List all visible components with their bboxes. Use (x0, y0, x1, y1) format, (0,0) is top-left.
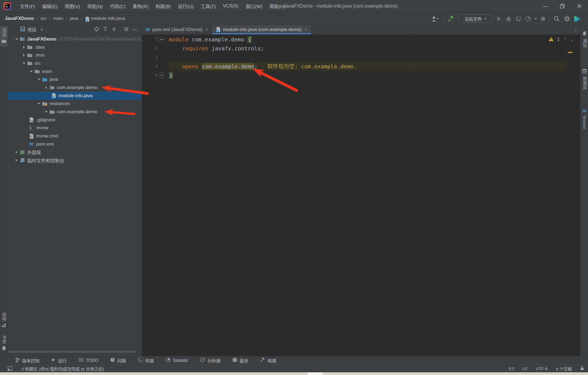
close-button[interactable] (571, 0, 588, 12)
tool-window-button-project[interactable]: 项目 (0, 26, 8, 47)
chevron-down-icon[interactable]: ▾ (41, 27, 43, 32)
tab-pom-xml[interactable]: m pom.xml (JavaFXDemo) × (142, 25, 212, 34)
inspections-widget[interactable]: 1 ⌃ ⌃ (549, 37, 574, 42)
tree-item-mvnw-cmd[interactable]: mvnw.cmd (8, 132, 142, 140)
hammer-icon (260, 358, 265, 364)
caret-position[interactable]: 5:2 (509, 366, 514, 371)
tab-module-info-java[interactable]: J module-info.java (com.example.demo) × (212, 25, 311, 34)
tool-window-button-bookmarks[interactable]: 书签 (0, 333, 8, 354)
tool-window-button-version-control[interactable]: 版本控制 (15, 357, 39, 364)
project-panel-horizontal-scrollbar[interactable] (8, 351, 136, 353)
fold-region-end-icon[interactable] (159, 73, 164, 78)
chevron-down-icon[interactable] (36, 103, 42, 104)
chevron-right-icon[interactable] (14, 151, 20, 153)
tree-item-main[interactable]: main (8, 67, 142, 76)
code-editor[interactable]: 1 2 3 4 5 module com.example.demo { requ… (142, 35, 580, 356)
chevron-right-icon[interactable] (21, 54, 27, 57)
breadcrumb-java[interactable]: java (70, 16, 78, 21)
chevron-down-icon[interactable] (28, 71, 34, 72)
user-account-icon[interactable] (431, 16, 440, 22)
tree-item-mvnw[interactable]: mvnw (8, 124, 142, 132)
tree-item-java-source-root[interactable]: java (8, 75, 142, 84)
breadcrumb-file[interactable]: module-info.java (91, 16, 125, 21)
menu-vcs[interactable]: VCS(S) (219, 3, 242, 9)
tree-item-idea[interactable]: .idea (8, 43, 142, 51)
menu-file[interactable]: 文件(F) (16, 3, 39, 10)
tree-item-src[interactable]: src (8, 59, 142, 67)
breadcrumb-project[interactable]: JavaFXDemo (5, 16, 34, 21)
tool-window-button-database[interactable]: 数据库 (581, 66, 588, 92)
menu-tools[interactable]: 工具(T) (197, 3, 219, 10)
collapse-all-icon[interactable] (111, 26, 117, 33)
tool-window-button-profiler[interactable]: 分析器 (200, 357, 220, 364)
tool-window-button-maven[interactable]: m Maven (581, 106, 588, 132)
menu-run[interactable]: 运行(U) (174, 3, 197, 10)
warning-stripe-mark[interactable] (568, 52, 572, 53)
menu-view[interactable]: 视图(V) (61, 3, 84, 10)
menu-navigate[interactable]: 导航(N) (84, 3, 106, 10)
encoding-indicator[interactable]: UTF-8 (536, 366, 548, 371)
tool-window-button-services[interactable]: 服务 (232, 357, 248, 364)
previous-problem-icon[interactable]: ⌃ (563, 37, 567, 42)
tree-item-package-com-example-demo[interactable]: com.example.demo (8, 84, 142, 92)
status-message[interactable]: // 构建在 2秒87毫秒内成功完成 (6 分钟之前) (22, 366, 104, 372)
tree-item-resources-root[interactable]: resources (8, 100, 142, 108)
tool-window-button-run[interactable]: 运行 (51, 357, 67, 364)
chevron-right-icon[interactable] (21, 46, 27, 49)
ide-assistant-icon[interactable] (574, 15, 581, 22)
tree-item-external-libraries[interactable]: 外部库 (8, 148, 142, 156)
breadcrumb-src[interactable]: src (41, 16, 47, 21)
chevron-down-icon[interactable] (14, 38, 20, 40)
minimize-button[interactable]: — (537, 0, 554, 12)
tool-window-button-structure[interactable]: 结构 (0, 310, 8, 331)
tool-window-button-terminal[interactable]: 终端 (138, 357, 154, 364)
settings-gear-icon[interactable] (564, 16, 570, 22)
line-ending-indicator[interactable]: LF (523, 366, 528, 371)
tree-item-scratches-consoles[interactable]: 临时文件和控制台 (8, 156, 142, 164)
stop-button[interactable] (541, 16, 546, 21)
chevron-right-icon[interactable] (14, 159, 20, 162)
menu-window[interactable]: 窗口(W) (242, 3, 266, 10)
tool-window-button-notifications[interactable]: 通知 (581, 29, 588, 50)
tool-window-button-statistic[interactable]: Statistic (166, 358, 188, 363)
coverage-button[interactable] (525, 16, 531, 22)
close-tab-icon[interactable]: × (205, 27, 208, 32)
chevron-down-icon[interactable] (36, 79, 42, 80)
debug-button[interactable] (506, 16, 512, 22)
restore-button[interactable] (554, 0, 571, 12)
menu-code[interactable]: 代码(C) (106, 3, 129, 10)
locate-file-icon[interactable] (94, 26, 99, 33)
menu-edit[interactable]: 编辑(E) (39, 3, 61, 10)
next-problem-icon[interactable]: ⌃ (570, 37, 574, 42)
build-hammer-icon[interactable] (448, 16, 454, 22)
fold-region-start-icon[interactable] (159, 37, 164, 42)
breadcrumb-main[interactable]: main (53, 16, 63, 21)
tool-window-button-build[interactable]: 构建 (260, 357, 276, 364)
hide-panel-icon[interactable]: — (132, 27, 137, 32)
indent-indicator[interactable]: 4 个空格 (556, 366, 572, 372)
chevron-down-icon[interactable] (21, 63, 27, 64)
menu-build[interactable]: 构建(B) (152, 3, 174, 10)
tree-item-module-info-java[interactable]: J module-info.java (8, 92, 142, 100)
chevron-down-icon[interactable]: ▾ (535, 17, 537, 21)
chevron-right-icon[interactable] (43, 86, 49, 89)
tree-item-pom-xml[interactable]: m pom.xml (8, 140, 142, 148)
unlock-icon[interactable] (580, 366, 584, 371)
tree-item-project-root[interactable]: JavaFXDemo D:\IDEAProjects\JCNCProjects\… (8, 35, 142, 43)
tool-window-button-todo[interactable]: TODO (79, 358, 98, 363)
panel-settings-gear-icon[interactable] (124, 26, 129, 33)
menu-refactor[interactable]: 重构(R) (129, 3, 152, 10)
expand-all-icon[interactable] (103, 26, 108, 33)
tree-item-mvn[interactable]: .mvn (8, 51, 142, 59)
profiler-button[interactable] (515, 16, 521, 22)
tab-options-icon[interactable]: ⋮ (573, 25, 578, 34)
run-button[interactable] (496, 16, 502, 21)
run-configuration-select[interactable]: 当前文件 ▾ (458, 14, 492, 23)
search-everywhere-icon[interactable] (553, 16, 560, 22)
tool-window-quick-access-icon[interactable] (8, 366, 12, 371)
tool-window-button-problems[interactable]: 问题 (110, 357, 126, 364)
chevron-down-icon[interactable] (43, 111, 49, 113)
tree-item-gitignore[interactable]: .gitignore (8, 116, 142, 124)
tree-item-resources-com-example-demo[interactable]: com.example.demo (8, 108, 142, 116)
close-tab-icon[interactable]: × (305, 27, 307, 32)
